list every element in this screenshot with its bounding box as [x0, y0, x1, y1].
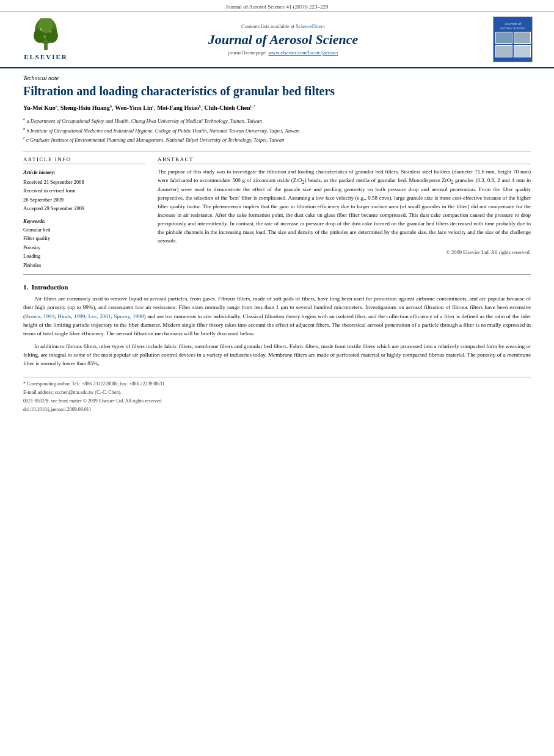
journal-name: Journal of Aerosol Science [73, 32, 493, 48]
abstract-text: The purpose of this study was to investi… [158, 168, 531, 245]
abstract-header: ABSTRACT [158, 156, 531, 164]
article-info-column: ARTICLE INFO Article history: Received 2… [23, 156, 145, 269]
journal-homepage-link[interactable]: www.elsevier.com/locate/jaerosci [268, 49, 338, 56]
keyword-2: Filter quality [23, 234, 145, 242]
accepted-date: Accepted 29 September 2009 [23, 204, 145, 213]
keywords-label: Keywords: [23, 218, 145, 224]
introduction-section: 1. Introduction Air filters are commonly… [23, 283, 531, 368]
keyword-5: Pinholes [23, 261, 145, 269]
elsevier-logo: ELSEVIER [18, 18, 73, 60]
article-history: Article history: Received 21 September 2… [23, 168, 145, 213]
svg-point-5 [40, 28, 42, 31]
cover-thumbnails [495, 32, 531, 57]
cover-cell-4 [514, 45, 531, 57]
received-2-label: Received in revised form [23, 186, 145, 195]
cover-cell-2 [514, 32, 531, 44]
body-divider [23, 274, 531, 275]
author-sheng-hsiu: Sheng-Hsiu Huang [60, 104, 110, 111]
authors-line: Yu-Mei Kuoa, Sheng-Hsiu Huangb, Wen-Yinn… [23, 103, 531, 112]
issn-line: 0021-8502/$- see front matter © 2009 Els… [23, 398, 531, 405]
journal-header: ELSEVIER Contents lists available at Sci… [0, 12, 554, 68]
elsevier-tree-icon [27, 18, 64, 52]
journal-title-center: Contents lists available at ScienceDirec… [73, 23, 493, 56]
intro-paragraph-1: Air filters are commonly used to remove … [23, 294, 531, 338]
affiliation-c: c c Graduate Institute of Environmental … [23, 135, 531, 144]
author-yu-mei-kuo: Yu-Mei Kuo [23, 104, 56, 111]
intro-title: 1. Introduction [23, 283, 531, 291]
contents-line: Contents lists available at ScienceDirec… [73, 23, 493, 29]
author-chih-chieh: Chih-Chieh Chen [204, 104, 250, 111]
corresponding-author: * Corresponding author. Tel.: +886 23322… [23, 380, 531, 388]
page: Journal of Aerosol Science 41 (2010) 223… [0, 0, 554, 756]
article-title: Filtration and loading characteristics o… [23, 84, 531, 98]
copyright-line: © 2009 Elsevier Ltd. All rights reserved… [158, 249, 531, 255]
email-line: E-mail address: ccchen@ntu.edu.tw (C.-C.… [23, 389, 531, 396]
journal-homepage: journal homepage: www.elsevier.com/locat… [73, 49, 493, 56]
svg-point-6 [50, 31, 52, 33]
article-info-abstract-section: ARTICLE INFO Article history: Received 2… [23, 156, 531, 269]
cover-cell-1 [495, 32, 512, 44]
keyword-3: Porosity [23, 243, 145, 252]
article-info-header: ARTICLE INFO [23, 156, 145, 164]
history-label: Article history: [23, 168, 145, 176]
cover-cell-3 [495, 45, 512, 57]
doi-line: doi:10.1016/j.jaerosci.2009.09.011 [23, 406, 531, 413]
ref-spurny-1998[interactable]: Spurny, 1998 [114, 313, 144, 319]
journal-reference-bar: Journal of Aerosol Science 41 (2010) 223… [0, 0, 554, 12]
svg-point-7 [43, 35, 46, 38]
author-wen-yinn: Wen-Yinn Lin [115, 104, 152, 111]
article-body: Technical note Filtration and loading ch… [0, 68, 554, 420]
elsevier-label: ELSEVIER [24, 53, 68, 60]
section-divider [23, 151, 531, 151]
journal-ref-text: Journal of Aerosol Science 41 (2010) 223… [226, 4, 329, 10]
journal-cover: Journal ofAerosol Science [493, 16, 536, 62]
article-type-label: Technical note [23, 75, 531, 81]
journal-cover-image: Journal ofAerosol Science [493, 16, 533, 62]
ref-lee-2001[interactable]: Lee, 2001 [88, 313, 111, 319]
keyword-1: Granular bed [23, 225, 145, 234]
intro-paragraph-2: In addition to fibrous filters, other ty… [23, 342, 531, 368]
affiliation-b: b b Institute of Occupational Medicine a… [23, 126, 531, 135]
footnotes: * Corresponding author. Tel.: +886 23322… [23, 377, 531, 413]
abstract-column: ABSTRACT The purpose of this study was t… [158, 156, 531, 269]
sciencedirect-link[interactable]: ScienceDirect [296, 23, 325, 29]
cover-journal-title: Journal ofAerosol Science [500, 21, 525, 30]
ref-hinds-1999[interactable]: Hinds, 1999 [57, 313, 85, 319]
affiliations: a a Department of Occupational Safety an… [23, 116, 531, 144]
received-2-date: 26 September 2009 [23, 195, 145, 204]
ref-brown-1993[interactable]: Brown, 1993 [25, 313, 54, 319]
keyword-4: Loading [23, 252, 145, 260]
affiliation-a: a a Department of Occupational Safety an… [23, 116, 531, 125]
author-mei-fang: Mei-Fang Hsiao [157, 104, 199, 111]
received-1: Received 21 September 2008 [23, 178, 145, 186]
